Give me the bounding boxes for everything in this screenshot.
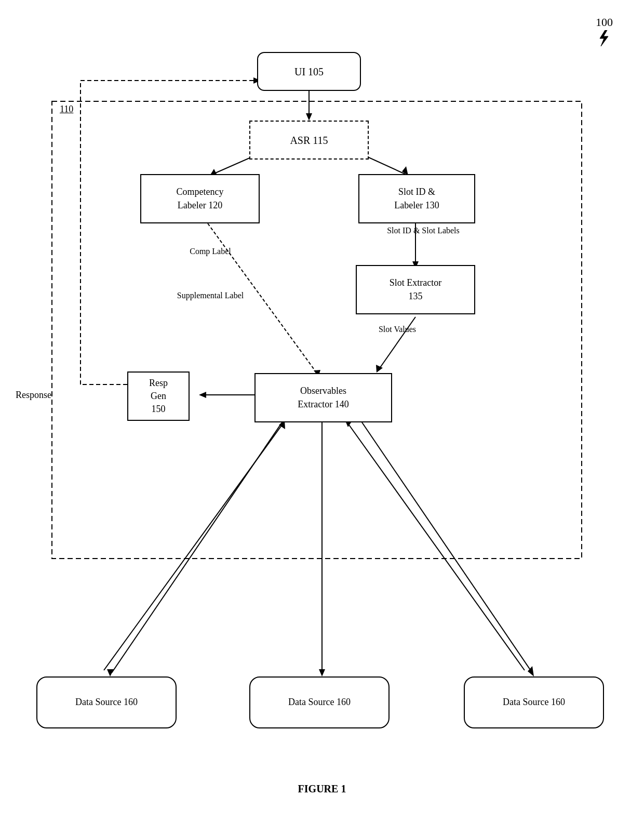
svg-rect-0 — [52, 101, 582, 559]
slot-values: Slot Values — [379, 325, 416, 334]
data-source-3-label: Data Source 160 — [503, 696, 565, 709]
svg-marker-2 — [306, 113, 312, 121]
slot-id-labeler-label: Slot ID & Labeler 130 — [394, 185, 439, 211]
resp-gen-box: Resp Gen 150 — [127, 371, 190, 421]
system-label: 110 — [60, 104, 73, 115]
asr-box: ASR 115 — [249, 121, 369, 160]
diagram-number: 100 — [596, 16, 613, 50]
system-number: 110 — [60, 104, 73, 114]
data-source-2-box: Data Source 160 — [249, 676, 390, 728]
svg-marker-22 — [319, 669, 325, 676]
resp-gen-label: Resp Gen 150 — [149, 377, 168, 416]
slot-id-labeler-box: Slot ID & Labeler 130 — [358, 174, 475, 223]
svg-marker-14 — [199, 392, 206, 398]
response-text: Response — [16, 390, 51, 400]
figure-title: FIGURE 1 — [298, 783, 346, 794]
svg-marker-20 — [107, 669, 114, 676]
slot-id-slot-labels-text: Slot ID & Slot Labels — [387, 226, 460, 235]
data-source-1-label: Data Source 160 — [75, 696, 138, 709]
competency-labeler-label: Competency Labeler 120 — [177, 185, 224, 211]
observables-extractor-box: Observables Extractor 140 — [254, 373, 392, 422]
slot-extractor-label: Slot Extractor 135 — [390, 276, 441, 302]
slot-extractor-box: Slot Extractor 135 — [356, 265, 475, 314]
competency-labeler-box: Competency Labeler 120 — [140, 174, 260, 223]
figure-caption: FIGURE 1 — [0, 783, 644, 795]
svg-line-19 — [112, 421, 283, 673]
svg-marker-10 — [376, 365, 383, 373]
svg-line-25 — [104, 423, 283, 670]
svg-line-27 — [348, 423, 525, 670]
ui-label: UI 105 — [294, 64, 324, 79]
slot-values-text: Slot Values — [364, 325, 431, 334]
data-source-1-box: Data Source 160 — [36, 676, 177, 728]
number-label: 100 — [596, 16, 613, 29]
comp-label: Comp Label — [190, 247, 231, 256]
asr-label: ASR 115 — [290, 133, 328, 148]
svg-marker-24 — [528, 666, 534, 676]
svg-line-23 — [361, 421, 532, 673]
ui-box: UI 105 — [257, 52, 361, 91]
data-source-3-box: Data Source 160 — [464, 676, 604, 728]
supplemental-label-text: Supplemental Label — [158, 291, 262, 300]
slot-id-slot-labels-label: Slot ID & Slot Labels — [371, 226, 475, 235]
response-label: Response — [16, 390, 51, 401]
diagram-container: 100 — [0, 0, 644, 811]
observables-extractor-label: Observables Extractor 140 — [298, 384, 348, 410]
supplemental-label: Supplemental Label — [177, 291, 244, 300]
comp-label-text: Comp Label — [171, 247, 249, 256]
data-source-2-label: Data Source 160 — [288, 696, 351, 709]
